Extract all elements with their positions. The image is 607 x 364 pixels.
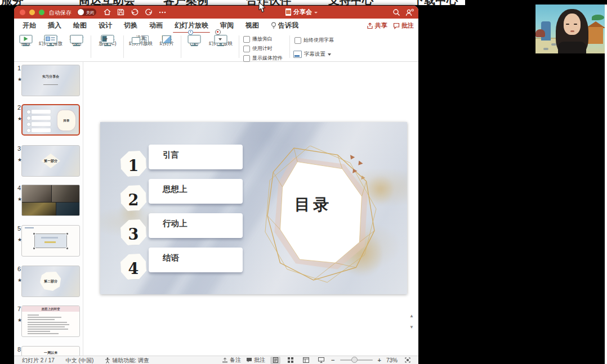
home-icon[interactable] [103,8,111,16]
zoom-in-button[interactable]: + [378,357,381,363]
slide-thumbnail-4[interactable] [21,185,80,216]
tell-me-button[interactable]: 告诉我 [271,21,298,30]
slide-thumbnail-1[interactable]: 实习分享会 [21,65,80,96]
more-commands-icon[interactable] [158,8,167,16]
cartoon-leaf [592,15,604,20]
presenter-eye [566,24,569,25]
toc-item-bar[interactable]: 结语 [149,248,243,272]
tab-transitions[interactable]: 切换 [124,21,137,30]
tab-slideshow[interactable]: 幻灯片放映 [175,21,208,30]
share-label: 共享 [375,21,387,30]
toc-item-number-badge[interactable]: 4 [120,254,146,280]
redo-icon[interactable] [145,8,153,16]
background-page-strip: 服务 商达互助会 客户案例 合作伙伴 支持中心 下载中心 [0,0,465,5]
slide-title[interactable]: 目录 [294,194,332,215]
setup-slideshow-button[interactable]: 设置 幻灯片放映 [127,35,155,46]
slide-thumbnail-2-selected[interactable]: 目录 [21,104,80,136]
zoom-slider[interactable] [340,359,373,361]
tab-home[interactable]: 开始 [23,21,36,30]
search-icon[interactable] [392,8,401,17]
checkbox-label: 播放旁白 [252,35,273,43]
tab-insert[interactable]: 插入 [48,21,61,30]
toc-item-bar[interactable]: 引言 [149,145,243,169]
normal-view-button[interactable] [270,357,280,364]
toc-item-bar[interactable]: 行动上 [149,213,243,238]
comments-button[interactable]: 批注 [393,21,414,30]
hide-slide-button[interactable]: 隐藏 幻灯片 [156,35,177,46]
save-icon[interactable] [117,8,125,16]
slide-canvas[interactable]: 引言 1 思想上 2 行动上 3 结语 4 [83,62,418,356]
checkbox-label: 始终使用字幕 [304,37,334,44]
slide-sorter-view-button[interactable] [285,357,296,364]
slide-thumbnail-3[interactable]: 第一部分 [21,145,80,177]
previous-slide-button[interactable]: ▲ [409,314,414,318]
autosave-state-label: 关闭 [86,10,94,16]
titlebar: 自动保存 关闭 分享会 [14,6,418,19]
rehearse-timings-button[interactable]: 排练 计时 [184,35,205,46]
thumb-toc-shape: 目录 [57,110,75,131]
tab-draw[interactable]: 绘图 [73,21,87,30]
play-narrations-checkbox[interactable]: 播放旁白 [243,35,273,43]
tab-animations[interactable]: 动画 [149,21,163,30]
slideshow-view-button[interactable] [316,357,326,364]
share-button[interactable]: 共享 [367,21,387,30]
comments-toggle-button[interactable]: 批注 [246,356,265,364]
bg-nav-item: 商达互助会 [79,0,135,5]
slide-thumbnail-5[interactable] [21,225,80,257]
thumb-title: 第二部分 [44,279,57,284]
presenter-mouth [570,30,574,32]
fit-slide-to-window-button[interactable] [403,357,413,364]
reading-view-button[interactable] [301,357,311,364]
presenter-view-button[interactable]: 演示者 视图 [66,35,87,46]
slide-thumbnail-7[interactable]: 思想上的转变 [21,305,80,337]
document-title-group[interactable]: 分享会 [285,8,318,16]
chevron-down-icon [314,12,318,14]
undo-icon[interactable] [130,8,139,16]
current-slide[interactable]: 引言 1 思想上 2 行动上 3 结语 4 [100,122,407,294]
powerpoint-window: 自动保存 关闭 分享会 [14,6,418,364]
close-window-button[interactable] [20,10,25,15]
tab-review[interactable]: 审阅 [220,21,234,30]
tab-view[interactable]: 视图 [246,21,259,30]
autosave-label: 自动保存 [49,9,72,17]
checkbox-icon [294,37,301,44]
checkbox-icon [243,36,250,43]
toc-item-bar[interactable]: 思想上 [149,179,243,204]
notes-button[interactable]: 备注 [222,356,241,364]
slide-thumbnail-panel[interactable]: 1 ★ 实习分享会 2 ★ 目录 3 ★ [14,62,83,356]
statusbar: 幻灯片 2 / 17 中文 (中国) 辅助功能: 调查 备注 批注 [14,356,418,364]
slide-thumbnail-6[interactable]: 第二部分 [21,266,80,297]
always-use-subtitles-checkbox[interactable]: 始终使用字幕 [294,37,334,44]
notes-label: 备注 [230,356,241,364]
toc-item-number-badge[interactable]: 3 [120,219,146,245]
zoom-out-button[interactable]: − [331,357,334,363]
screen: 服务 商达互助会 客户案例 合作伙伴 支持中心 下载中心 自动保存 [0,0,607,364]
tab-design[interactable]: 设计 [99,21,112,30]
fullscreen-window-button[interactable] [39,10,44,15]
chevron-down-icon [328,53,331,56]
subtitle-settings-button[interactable]: 字幕设置 [293,51,331,58]
custom-show-button[interactable]: 自定义 放映 (C) [94,35,121,46]
use-timings-checkbox[interactable]: 使用计时 [243,45,273,52]
next-slide-button[interactable]: ▼ [409,325,414,330]
cartoon-stone [551,43,556,46]
play-from-current-button[interactable]: 从当前 幻灯片播放 [37,35,65,46]
mouse-cursor [258,2,266,13]
cartoon-stone [543,48,548,50]
toc-item-number-badge[interactable]: 1 [120,151,146,177]
play-from-start-button[interactable]: 从头 播放 [15,35,37,46]
zoom-slider-handle[interactable] [351,357,358,363]
zoom-level[interactable]: 73% [386,357,398,363]
thumb-title: 第一部分 [44,159,57,164]
autosave-toggle[interactable]: 关闭 [77,8,96,16]
presence-share-icon[interactable] [405,8,414,17]
bg-nav-item: 合作伙伴 [246,0,291,5]
background-page-edge [605,5,607,364]
language-indicator[interactable]: 中文 (中国) [66,357,93,364]
subtitle-settings-label: 字幕设置 [304,51,325,58]
ribbon: 从头 播放 从当前 幻灯片播放 演示者 视图 自定义 放映 (C) [14,33,418,62]
record-slideshow-button[interactable]: 录制 幻灯片放映 [206,35,235,46]
show-media-controls-checkbox[interactable]: 显示媒体控件 [243,55,283,62]
minimize-window-button[interactable] [29,10,35,15]
accessibility-status[interactable]: 辅助功能: 调查 [105,357,149,364]
